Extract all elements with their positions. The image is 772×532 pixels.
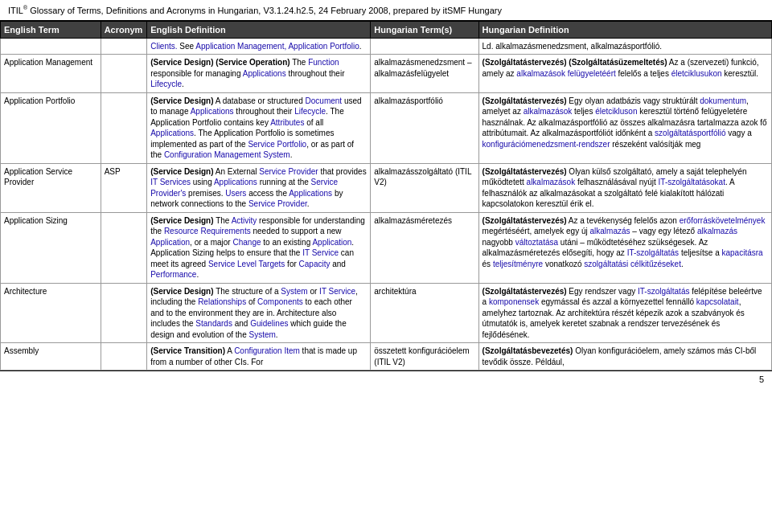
table-row: Assembly(Service Transition) A Configura… (1, 343, 772, 370)
cell-hungarian-term: alkalmazásmenedzsment – alkalmazásfelügy… (371, 55, 478, 93)
table-row: Application Management(Service Design) (… (1, 55, 772, 93)
cell-acronym: ASP (101, 163, 147, 212)
cell-english-term (1, 38, 101, 55)
cell-acronym (101, 92, 147, 163)
cell-hungarian-term: összetett konfigurációelem (ITIL V2) (371, 343, 478, 370)
page-number: 5 (759, 374, 764, 384)
cell-english-def: Clients. See Application Management, App… (147, 38, 371, 55)
table-row: Architecture(Service Design) The structu… (1, 283, 772, 343)
cell-hungarian-def: (Szolgáltatástervezés) (Szolgáltatásüzem… (478, 55, 771, 93)
cell-english-def: (Service Design) A database or structure… (147, 92, 371, 163)
cell-hungarian-term: alkalmazásszolgáltató (ITIL V2) (371, 163, 478, 212)
col-header-english-def: English Definition (147, 21, 371, 38)
cell-hungarian-def: (Szolgáltatástervezés) Egy rendszer vagy… (478, 283, 771, 343)
cell-english-def: (Service Design) (Service Operation) The… (147, 55, 371, 93)
cell-english-def: (Service Transition) A Configuration Ite… (147, 343, 371, 370)
cell-hungarian-term: architektúra (371, 283, 478, 343)
table-row: Application Service ProviderASP(Service … (1, 163, 772, 212)
cell-english-term: Assembly (1, 343, 101, 370)
cell-acronym (101, 343, 147, 370)
table-row: Application Sizing(Service Design) The A… (1, 212, 772, 283)
cell-english-term: Application Service Provider (1, 163, 101, 212)
table-row: Clients. See Application Management, App… (1, 38, 772, 55)
page-header: ITIL® Glossary of Terms, Definitions and… (0, 0, 772, 21)
cell-english-term: Application Management (1, 55, 101, 93)
table-row: Application Portfolio(Service Design) A … (1, 92, 772, 163)
col-header-hungarian-def: Hungarian Definition (478, 21, 771, 38)
cell-hungarian-def: Ld. alkalmazásmenedzsment, alkalmazáspor… (478, 38, 771, 55)
page-footer: 5 (0, 370, 772, 387)
col-header-hungarian-term: Hungarian Term(s) (371, 21, 478, 38)
cell-hungarian-def: (Szolgáltatástervezés) Egy olyan adatbáz… (478, 92, 771, 163)
cell-english-def: (Service Design) An External Service Pro… (147, 163, 371, 212)
col-header-english-term: English Term (1, 21, 101, 38)
cell-hungarian-def: (Szolgáltatástervezés) Az a tevékenység … (478, 212, 771, 283)
table-header-row: English Term Acronym English Definition … (1, 21, 772, 38)
cell-hungarian-term: alkalmazásportfólió (371, 92, 478, 163)
header-text: ITIL® Glossary of Terms, Definitions and… (8, 6, 502, 15)
cell-hungarian-term: alkalmazásméretezés (371, 212, 478, 283)
cell-english-def: (Service Design) The structure of a Syst… (147, 283, 371, 343)
cell-acronym (101, 55, 147, 93)
cell-english-term: Architecture (1, 283, 101, 343)
cell-english-term: Application Sizing (1, 212, 101, 283)
cell-hungarian-def: (Szolgáltatásbevezetés) Olyan konfigurác… (478, 343, 771, 370)
col-header-acronym: Acronym (101, 21, 147, 38)
cell-english-def: (Service Design) The Activity responsibl… (147, 212, 371, 283)
cell-acronym (101, 38, 147, 55)
cell-english-term: Application Portfolio (1, 92, 101, 163)
cell-acronym (101, 212, 147, 283)
cell-acronym (101, 283, 147, 343)
cell-hungarian-def: (Szolgáltatástervezés) Olyan külső szolg… (478, 163, 771, 212)
cell-hungarian-term (371, 38, 478, 55)
